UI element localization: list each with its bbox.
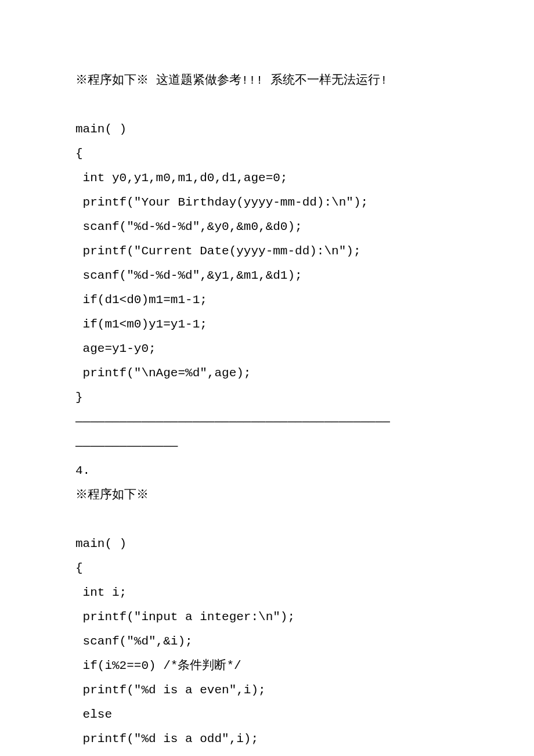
text-line: main( ) [75, 532, 459, 556]
text-line: scanf("%d-%d-%d",&y1,&m1,&d1); [75, 264, 459, 288]
text-line: int y0,y1,m0,m1,d0,d1,age=0; [75, 166, 459, 190]
text-line [75, 507, 459, 532]
text-line: } [75, 751, 459, 756]
text-line: printf("input a integer:\n"); [75, 605, 459, 629]
text-line: { [75, 556, 459, 581]
text-line [75, 93, 459, 117]
text-line: scanf("%d-%d-%d",&y0,&m0,&d0); [75, 215, 459, 239]
text-line: ※程序如下※ 这道题紧做参考!!! 系统不一样无法运行! [75, 69, 459, 93]
text-line: printf("%d is a odd",i); [75, 727, 459, 751]
document-page: ※程序如下※ 这道题紧做参考!!! 系统不一样无法运行! main( ) { i… [0, 0, 534, 756]
text-line: int i; [75, 581, 459, 605]
text-line: if(m1<m0)y1=y1-1; [75, 312, 459, 337]
text-line: ※程序如下※ [75, 483, 459, 507]
text-line: printf("%d is a even",i); [75, 678, 459, 703]
text-line: printf("Your Birthday(yyyy-mm-dd):\n"); [75, 190, 459, 215]
text-line: else [75, 703, 459, 727]
text-line: scanf("%d",&i); [75, 629, 459, 654]
text-line: age=y1-y0; [75, 337, 459, 361]
text-line: 4. [75, 459, 459, 483]
text-line: { [75, 142, 459, 166]
text-line: } [75, 386, 459, 410]
text-line: —————————————— [75, 434, 459, 459]
text-line: if(d1<d0)m1=m1-1; [75, 288, 459, 312]
text-line: main( ) [75, 117, 459, 142]
text-line: ————————————————————————————————————————… [75, 410, 459, 434]
text-line: printf("\nAge=%d",age); [75, 361, 459, 386]
text-line: if(i%2==0) /*条件判断*/ [75, 654, 459, 678]
text-line: printf("Current Date(yyyy-mm-dd):\n"); [75, 239, 459, 264]
